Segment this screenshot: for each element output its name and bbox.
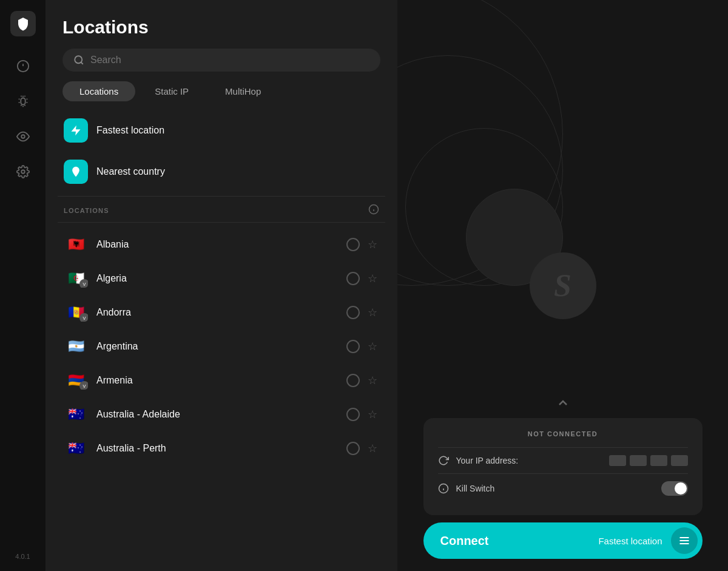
tab-static-ip[interactable]: Static IP xyxy=(138,81,206,101)
ip-label: Your IP address: xyxy=(456,456,602,465)
section-header: LOCATIONS xyxy=(58,196,385,223)
main-panel: Locations Locations Static IP MultiHop F… xyxy=(46,0,397,571)
kill-switch-label: Kill Switch xyxy=(456,484,654,493)
andorra-radio[interactable] xyxy=(346,306,360,319)
algeria-radio[interactable] xyxy=(346,272,360,285)
country-name-albania: Albania xyxy=(96,239,338,250)
kill-switch-toggle[interactable] xyxy=(661,481,688,496)
nearest-icon xyxy=(64,160,88,184)
ip-block-1 xyxy=(609,455,626,466)
country-row-albania[interactable]: 🇦🇱 Albania ☆ xyxy=(58,228,385,262)
country-name-australia-perth: Australia - Perth xyxy=(96,443,338,454)
country-row-australia-perth[interactable]: 🇦🇺 Australia - Perth ☆ xyxy=(58,431,385,465)
sidebar: 4.0.1 xyxy=(0,0,46,571)
algeria-actions: ☆ xyxy=(346,272,379,285)
locations-list: Fastest location Nearest country LOCATIO… xyxy=(46,111,397,571)
kill-switch-row: Kill Switch xyxy=(438,473,688,503)
status-card: NOT CONNECTED Your IP address: Kill Swit… xyxy=(423,418,703,515)
ip-value xyxy=(609,455,688,466)
flag-armenia: 🇦🇲 V xyxy=(64,371,88,390)
sidebar-item-settings[interactable] xyxy=(9,158,37,186)
ip-block-2 xyxy=(630,455,647,466)
country-row-armenia[interactable]: 🇦🇲 V Armenia ☆ xyxy=(58,363,385,397)
chevron-up-btn[interactable] xyxy=(556,396,570,413)
app-version: 4.0.1 xyxy=(15,553,30,560)
page-title: Locations xyxy=(62,17,380,38)
country-name-argentina: Argentina xyxy=(96,341,338,352)
ip-block-4 xyxy=(671,455,688,466)
kill-switch-info-icon[interactable] xyxy=(438,483,449,494)
australia-adelaide-favorite[interactable]: ☆ xyxy=(366,408,379,421)
tab-multihop[interactable]: MultiHop xyxy=(208,81,278,101)
argentina-favorite[interactable]: ☆ xyxy=(366,340,379,353)
algeria-favorite[interactable]: ☆ xyxy=(366,272,379,285)
albania-favorite[interactable]: ☆ xyxy=(366,238,379,251)
right-panel: S NOT CONNECTED Your IP address: xyxy=(397,0,728,571)
tab-locations[interactable]: Locations xyxy=(62,81,135,101)
country-name-armenia: Armenia xyxy=(96,375,338,386)
flag-andorra: 🇦🇩 V xyxy=(64,303,88,322)
australia-perth-radio[interactable] xyxy=(346,442,360,455)
search-icon xyxy=(73,55,84,66)
armenia-actions: ☆ xyxy=(346,374,379,387)
svg-point-2 xyxy=(21,135,25,138)
australia-perth-favorite[interactable]: ☆ xyxy=(366,442,379,455)
argentina-radio[interactable] xyxy=(346,340,360,353)
flag-australia-perth: 🇦🇺 xyxy=(64,439,88,458)
connection-status: NOT CONNECTED xyxy=(438,430,688,438)
andorra-actions: ☆ xyxy=(346,306,379,319)
armenia-radio[interactable] xyxy=(346,374,360,387)
section-label: LOCATIONS xyxy=(64,207,109,214)
fastest-label: Fastest location xyxy=(96,125,164,136)
tabs-row: Locations Static IP MultiHop xyxy=(46,81,397,111)
country-row-algeria[interactable]: 🇩🇿 V Algeria ☆ xyxy=(58,262,385,296)
toggle-knob xyxy=(675,482,687,495)
country-row-australia-adelaide[interactable]: 🇦🇺 Australia - Adelaide ☆ xyxy=(58,397,385,431)
vpn-badge-armenia: V xyxy=(79,381,88,390)
australia-perth-actions: ☆ xyxy=(346,442,379,455)
flag-albania: 🇦🇱 xyxy=(64,235,88,254)
connect-menu-button[interactable] xyxy=(671,527,698,554)
country-name-algeria: Algeria xyxy=(96,273,338,284)
armenia-favorite[interactable]: ☆ xyxy=(366,374,379,387)
fastest-icon xyxy=(64,118,88,143)
flag-australia-adelaide: 🇦🇺 xyxy=(64,405,88,424)
sidebar-item-bug[interactable] xyxy=(9,87,37,115)
albania-actions: ☆ xyxy=(346,238,379,251)
svg-rect-1 xyxy=(21,98,25,105)
country-name-australia-adelaide: Australia - Adelaide xyxy=(96,409,338,420)
nearest-country-row[interactable]: Nearest country xyxy=(58,152,385,191)
flag-algeria: 🇩🇿 V xyxy=(64,269,88,288)
app-logo xyxy=(10,11,36,36)
argentina-actions: ☆ xyxy=(346,340,379,353)
vpn-badge-andorra: V xyxy=(79,313,88,322)
nearest-label: Nearest country xyxy=(96,166,165,177)
connect-bar[interactable]: Connect Fastest location xyxy=(423,522,703,559)
albania-radio[interactable] xyxy=(346,238,360,251)
country-row-argentina[interactable]: 🇦🇷 Argentina ☆ xyxy=(58,329,385,363)
connect-button-label: Connect xyxy=(423,534,599,548)
section-info-icon[interactable] xyxy=(368,204,379,217)
main-header: Locations xyxy=(46,0,397,81)
vpn-badge-algeria: V xyxy=(79,279,88,288)
australia-adelaide-radio[interactable] xyxy=(346,408,360,421)
country-name-andorra: Andorra xyxy=(96,307,338,318)
australia-adelaide-actions: ☆ xyxy=(346,408,379,421)
refresh-icon[interactable] xyxy=(438,455,449,466)
search-input[interactable] xyxy=(90,55,369,66)
country-row-andorra[interactable]: 🇦🇩 V Andorra ☆ xyxy=(58,296,385,329)
sidebar-item-privacy[interactable] xyxy=(9,123,37,150)
sidebar-item-alert[interactable] xyxy=(9,52,37,80)
svg-point-4 xyxy=(75,56,82,63)
flag-argentina: 🇦🇷 xyxy=(64,337,88,356)
svg-point-3 xyxy=(21,170,25,174)
surfshark-logo: S xyxy=(530,252,596,319)
connect-location-label: Fastest location xyxy=(598,536,670,546)
fastest-location-row[interactable]: Fastest location xyxy=(58,111,385,150)
search-bar[interactable] xyxy=(62,49,380,72)
andorra-favorite[interactable]: ☆ xyxy=(366,306,379,319)
ip-row: Your IP address: xyxy=(438,447,688,473)
ip-block-3 xyxy=(650,455,667,466)
